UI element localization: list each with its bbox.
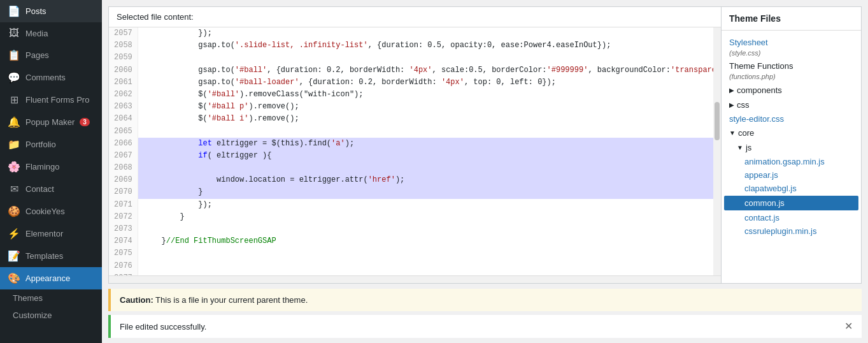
file-item[interactable]: cssruleplugin.min.js [722, 224, 861, 238]
code-content[interactable]: 2057 });2058 gsap.to('.slide-list, .infi… [109, 27, 721, 275]
file-section[interactable]: ▼ core [722, 126, 861, 140]
file-item[interactable]: clapatwebgl.js [722, 182, 861, 195]
line-number: 2058 [109, 40, 138, 52]
line-number: 2065 [109, 126, 138, 138]
line-number: 2060 [109, 64, 138, 77]
file-section[interactable]: ▶ components [722, 83, 861, 98]
sidebar-item-pages[interactable]: 📋 Pages [0, 44, 102, 66]
line-number: 2073 [109, 223, 138, 235]
line-code [138, 247, 721, 259]
flamingo-icon: 🌸 [8, 161, 20, 173]
templates-icon: 📝 [8, 250, 20, 262]
file-item[interactable]: style-editor.css [722, 112, 861, 126]
popup-maker-badge: 3 [80, 118, 90, 126]
main-content: Selected file content: 2057 });2058 gsap… [102, 0, 868, 343]
sidebar-item-contact[interactable]: ✉ Contact [0, 178, 102, 200]
file-item-active[interactable]: common.js [724, 196, 858, 210]
line-code [138, 223, 721, 235]
sidebar-item-themes[interactable]: Themes [0, 289, 102, 307]
file-item-subtitle: (functions.php) [722, 73, 861, 83]
sidebar-item-fluent-forms[interactable]: ⊞ Fluent Forms Pro [0, 89, 102, 111]
scroll-thumb[interactable] [715, 102, 720, 140]
caution-notice: Caution: This is a file in your current … [108, 289, 862, 311]
code-table: 2057 });2058 gsap.to('.slide-list, .infi… [109, 27, 721, 275]
chevron-icon: ▶ [729, 101, 734, 108]
posts-icon: 📄 [8, 5, 20, 17]
file-list[interactable]: Stylesheet(style.css)Theme Functions(fun… [722, 31, 861, 283]
contact-icon: ✉ [8, 183, 20, 195]
file-item[interactable]: Theme Functions [722, 59, 861, 73]
line-code [138, 52, 721, 64]
line-number: 2068 [109, 162, 138, 174]
line-number: 2064 [109, 113, 138, 125]
file-item[interactable]: animation.gsap.min.js [722, 155, 861, 168]
line-number: 2070 [109, 186, 138, 198]
line-code: if( eltrigger ){ [138, 150, 721, 162]
line-code: window.location = eltrigger.attr('href')… [138, 174, 721, 186]
sidebar-item-appearance[interactable]: 🎨 Appearance [0, 267, 102, 289]
sidebar-item-comments[interactable]: 💬 Comments [0, 66, 102, 89]
line-number: 2074 [109, 235, 138, 247]
line-number: 2063 [109, 101, 138, 113]
line-number: 2062 [109, 89, 138, 101]
line-code: }); [138, 27, 721, 40]
file-item-subtitle: (style.css) [722, 49, 861, 59]
sidebar-item-elementor[interactable]: ⚡ Elementor [0, 223, 102, 245]
line-code [138, 126, 721, 138]
chevron-icon: ▼ [729, 129, 736, 136]
sidebar-item-popup-maker[interactable]: 🔔 Popup Maker 3 [0, 111, 102, 133]
success-notice: File edited successfully. ✕ [108, 315, 862, 338]
line-number: 2066 [109, 138, 138, 150]
vertical-scrollbar[interactable] [713, 27, 721, 275]
close-notice-button[interactable]: ✕ [844, 321, 853, 332]
line-number: 2072 [109, 211, 138, 223]
line-number: 2059 [109, 52, 138, 64]
sidebar-item-templates[interactable]: 📝 Templates [0, 245, 102, 267]
line-number: 2077 [109, 272, 138, 275]
code-panel: Selected file content: 2057 });2058 gsap… [108, 6, 722, 284]
file-panel: Theme Files Stylesheet(style.css)Theme F… [722, 6, 862, 284]
sidebar-item-customize[interactable]: Customize [0, 307, 102, 324]
line-code: $('#ball p').remove(); [138, 101, 721, 113]
notifications-area: Caution: This is a file in your current … [102, 284, 868, 343]
popup-maker-icon: 🔔 [8, 116, 20, 128]
line-code: gsap.to('#ball-loader', {duration: 0.2, … [138, 77, 721, 89]
appearance-icon: 🎨 [8, 272, 20, 284]
line-number: 2067 [109, 150, 138, 162]
file-section[interactable]: ▶ css [722, 98, 861, 112]
sidebar-item-media[interactable]: 🖼 Media [0, 22, 102, 44]
cookieyes-icon: 🍪 [8, 205, 20, 217]
editor-area: Selected file content: 2057 });2058 gsap… [102, 0, 868, 284]
elementor-icon: ⚡ [8, 228, 20, 240]
line-number: 2071 [109, 199, 138, 211]
file-item[interactable]: appear.js [722, 168, 861, 182]
chevron-icon: ▼ [737, 144, 743, 151]
line-code: let eltrigger = $(this).find('a'); [138, 138, 721, 150]
code-scroll[interactable]: 2057 });2058 gsap.to('.slide-list, .infi… [109, 27, 721, 275]
sidebar-item-posts[interactable]: 📄 Posts [0, 0, 102, 22]
line-number: 2057 [109, 27, 138, 40]
line-code: $('#ball').removeClass("with-icon"); [138, 89, 721, 101]
line-code: }//End FitThumbScreenGSAP [138, 235, 721, 247]
file-item[interactable]: Stylesheet [722, 36, 861, 49]
sidebar-item-portfolio[interactable]: 📁 Portfolio [0, 133, 102, 156]
line-code: gsap.to('#ball', {duration: 0.2, borderW… [138, 64, 721, 77]
horizontal-scrollbar[interactable] [109, 275, 721, 283]
line-number: 2076 [109, 260, 138, 272]
line-code: }); [138, 199, 721, 211]
caution-label: Caution: [120, 295, 153, 305]
line-code: $('#ball i').remove(); [138, 113, 721, 125]
line-code [138, 162, 721, 174]
success-text: File edited successfully. [120, 322, 206, 332]
portfolio-icon: 📁 [8, 138, 20, 150]
line-number: 2075 [109, 247, 138, 259]
line-number: 2061 [109, 77, 138, 89]
line-code [138, 260, 721, 272]
line-code: } [138, 211, 721, 223]
line-number: 2069 [109, 174, 138, 186]
sidebar-item-flamingo[interactable]: 🌸 Flamingo [0, 156, 102, 178]
file-item[interactable]: contact.js [722, 211, 861, 224]
code-header: Selected file content: [109, 7, 721, 27]
sidebar-item-cookieyes[interactable]: 🍪 CookieYes [0, 200, 102, 223]
file-section[interactable]: ▼ js [722, 140, 861, 155]
